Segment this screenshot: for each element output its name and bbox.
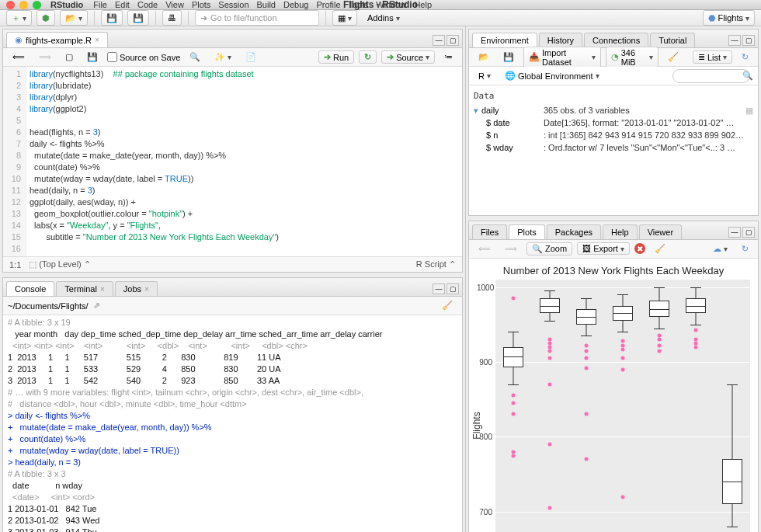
maximize-pane-icon[interactable]: ▢ [447, 35, 459, 46]
tab-history[interactable]: History [539, 33, 582, 47]
close-tab-icon[interactable]: × [95, 36, 99, 44]
scope-selector[interactable]: 🌐 Global Environment ▾ [500, 70, 604, 82]
show-in-new-window-button[interactable]: ▢ [61, 51, 78, 63]
tab-console[interactable]: Console [6, 281, 54, 296]
tab-files[interactable]: Files [472, 224, 507, 239]
main-toolbar: ＋▾ ⬢ 📂▾ 💾 💾 🖶 ➜Go to file/function ▦▾ Ad… [0, 10, 761, 26]
prev-plot-button[interactable]: ⟸ [474, 243, 495, 255]
env-var-row: $ n: int [1:365] 842 943 914 915 720 832… [474, 129, 753, 141]
folder-icon: 📂 [478, 52, 489, 62]
minimize-pane-icon[interactable]: — [433, 35, 445, 46]
print-button[interactable]: 🖶 [162, 10, 182, 26]
tab-jobs[interactable]: Jobs × [115, 281, 158, 296]
save-all-button[interactable]: 💾 [127, 10, 149, 26]
menu-session[interactable]: Session [218, 0, 248, 9]
env-var-row: $ dateDate[1:365], format: "2013-01-01" … [474, 116, 753, 129]
goto-file-input[interactable]: ➜Go to file/function [195, 10, 319, 26]
menu-edit[interactable]: Edit [115, 0, 130, 9]
code-editor[interactable]: 12345678910111213141516 library(nycfligh… [3, 67, 462, 256]
maximize-pane-icon[interactable]: ▢ [742, 227, 755, 238]
fwd-nav-button[interactable]: ⟹ [34, 51, 56, 63]
lang-selector[interactable]: R ▾ [474, 71, 495, 82]
minimize-pane-icon[interactable]: — [728, 227, 741, 238]
boxplot-wed [605, 280, 641, 532]
grid-icon: ▦ [338, 13, 346, 23]
console-tabbar: ConsoleTerminal ×Jobs ×—▢ [3, 278, 462, 297]
menu-code[interactable]: Code [137, 0, 158, 9]
new-file-button[interactable]: ＋▾ [6, 10, 32, 26]
env-search-input[interactable] [672, 69, 750, 83]
menu-build[interactable]: Build [257, 0, 276, 9]
refresh-plot-button[interactable]: ↻ [737, 243, 753, 255]
run-button[interactable]: ➔Run [318, 50, 354, 64]
source-tab-file[interactable]: ◉flights-example.R× [6, 32, 108, 47]
menu-file[interactable]: File [93, 0, 107, 9]
source-on-save-check[interactable]: Source on Save [107, 52, 180, 62]
clear-console-button[interactable]: 🧹 [437, 300, 457, 311]
maximize-pane-icon[interactable]: ▢ [447, 283, 459, 294]
menu-view[interactable]: View [165, 0, 184, 9]
menu-plots[interactable]: Plots [192, 0, 210, 9]
menu-profile[interactable]: Profile [316, 0, 340, 9]
view-mode-button[interactable]: ≣ List ▾ [693, 50, 732, 64]
menu-debug[interactable]: Debug [283, 0, 308, 9]
memory-pie-icon: ◔ [611, 52, 619, 62]
search-icon: 🔍 [742, 71, 753, 81]
tab-terminal[interactable]: Terminal × [56, 281, 113, 296]
fullscreen-window-icon[interactable] [33, 1, 41, 9]
path-popup-icon[interactable]: ⇗ [93, 301, 100, 311]
next-plot-button[interactable]: ⟹ [500, 243, 522, 255]
source-button[interactable]: ➔Source ▾ [381, 50, 435, 64]
tab-packages[interactable]: Packages [547, 224, 601, 239]
memory-button[interactable]: ◔346 MiB ▾ [606, 47, 658, 68]
view-grid-icon[interactable]: ▦ [745, 104, 753, 116]
save-workspace-button[interactable]: 💾 [499, 51, 519, 63]
wand-button[interactable]: ✨▾ [210, 51, 236, 63]
minimize-window-icon[interactable] [19, 1, 28, 9]
tab-help[interactable]: Help [603, 224, 638, 239]
minimize-pane-icon[interactable]: — [728, 35, 741, 46]
tools-grid-button[interactable]: ▦▾ [332, 10, 357, 26]
maximize-pane-icon[interactable]: ▢ [742, 35, 755, 46]
file-type-selector[interactable]: R Script ⌃ [416, 259, 456, 269]
export-plot-button[interactable]: 🖼Export ▾ [577, 242, 630, 255]
minimize-pane-icon[interactable]: — [433, 283, 445, 294]
back-nav-button[interactable]: ⟸ [8, 51, 30, 63]
compile-report-button[interactable]: 📄 [241, 51, 261, 63]
console-output[interactable]: # A tibble: 3 x 19 year month day dep_ti… [3, 315, 462, 532]
tab-environment[interactable]: Environment [472, 33, 537, 47]
tab-connections[interactable]: Connections [584, 33, 648, 47]
run-arrow-icon: ➔ [324, 52, 331, 62]
tab-viewer[interactable]: Viewer [639, 224, 682, 239]
clear-plots-button[interactable]: 🧹 [650, 243, 670, 255]
save-button[interactable]: 💾 [101, 10, 123, 26]
publish-button[interactable]: ☁▾ [708, 243, 732, 255]
find-button[interactable]: 🔍 [185, 51, 205, 63]
plots-tabbar: FilesPlotsPackagesHelpViewer—▢ [469, 221, 758, 240]
open-file-button[interactable]: 📂▾ [60, 10, 88, 26]
env-object-row[interactable]: ▾daily 365 obs. of 3 variables ▦ [474, 104, 753, 116]
save-source-button[interactable]: 💾 [82, 51, 103, 63]
remove-plot-button[interactable]: ✖ [634, 243, 645, 254]
clear-env-button[interactable]: 🧹 [663, 51, 683, 63]
outline-button[interactable]: ≔ [440, 51, 457, 63]
project-menu[interactable]: ⬣ Flights ▾ [703, 10, 755, 26]
rerun-button[interactable]: ↻ [359, 50, 377, 64]
env-section-data: Data [474, 89, 753, 104]
expand-icon[interactable]: ▾ [474, 106, 478, 115]
search-icon: 🔍 [189, 52, 200, 62]
close-window-icon[interactable] [6, 1, 15, 9]
zoom-plot-button[interactable]: 🔍Zoom [526, 242, 572, 256]
refresh-env-button[interactable]: ↻ [737, 51, 753, 63]
import-dataset-button[interactable]: 📥Import Dataset ▾ [523, 47, 601, 68]
close-tab-icon[interactable]: × [100, 285, 105, 294]
addins-menu[interactable]: Addins ▾ [362, 10, 405, 26]
close-tab-icon[interactable]: × [144, 285, 149, 294]
load-workspace-button[interactable]: 📂 [474, 51, 494, 63]
tab-plots[interactable]: Plots [509, 224, 544, 239]
scope-selector[interactable]: ⬚ (Top Level) ⌃ [29, 259, 91, 269]
new-project-button[interactable]: ⬢ [36, 10, 55, 26]
plots-toolbar: ⟸ ⟹ 🔍Zoom 🖼Export ▾ ✖ 🧹 ☁▾ ↻ [469, 240, 758, 259]
tab-tutorial[interactable]: Tutorial [650, 33, 695, 47]
app-menu[interactable]: RStudio [50, 0, 83, 9]
